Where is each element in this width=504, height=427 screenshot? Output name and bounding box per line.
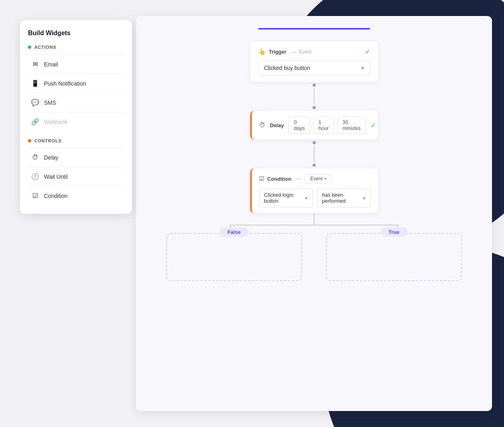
trigger-check-icon: ✓: [365, 48, 370, 56]
delay-minutes-chip[interactable]: 30 minutes: [337, 116, 366, 134]
trigger-hand-icon: 👆: [258, 48, 266, 56]
divider-5: [28, 148, 124, 148]
condition-header: ☑ Condition — Event ▾: [259, 174, 371, 184]
condition-operator-dropdown[interactable]: has been performed ▾: [317, 188, 371, 208]
sidebar-item-push[interactable]: 📱 Push Notification: [28, 75, 124, 92]
connector-2: [313, 141, 316, 167]
trigger-node: 👆 Trigger — Event ✓ Clicked buy button ▾: [250, 42, 378, 82]
delay-icon: ⏱: [31, 154, 39, 161]
sidebar-item-condition[interactable]: ☑ Condition: [28, 187, 124, 204]
branches-container: False True: [166, 233, 462, 281]
controls-section-label: CONTROLS: [28, 138, 124, 143]
sidebar-item-webhook[interactable]: 🔗 Webhook: [28, 113, 124, 130]
condition-check-box-icon: ☑: [259, 175, 264, 182]
email-icon: ✉: [31, 60, 39, 68]
trigger-event-dropdown[interactable]: Clicked buy button ▾: [258, 60, 370, 76]
operator-chevron-icon: ▾: [363, 195, 366, 201]
sms-icon: 💬: [31, 99, 39, 106]
divider-2: [28, 74, 124, 74]
delay-node-icon: ⏱: [259, 122, 265, 129]
sidebar-item-wait[interactable]: 🕐 Wait Until: [28, 168, 124, 185]
condition-row: Clicked login button ▾ has been performe…: [259, 188, 371, 208]
progress-bar-fill: [258, 28, 370, 30]
true-branch-label: True: [380, 227, 407, 237]
trigger-header: 👆 Trigger — Event ✓: [258, 48, 370, 56]
actions-section-label: ACTIONS: [28, 45, 124, 50]
event-chevron-icon: ▾: [305, 195, 308, 201]
sidebar-item-email[interactable]: ✉ Email: [28, 56, 124, 73]
connector-1: [313, 84, 316, 109]
workflow-area: 👆 Trigger — Event ✓ Clicked buy button ▾…: [136, 16, 492, 293]
sidebar-item-delay[interactable]: ⏱ Delay: [28, 149, 124, 166]
delay-days-chip[interactable]: 0 days: [289, 116, 310, 134]
connector-dot-1: [313, 84, 316, 87]
condition-event-dropdown[interactable]: Clicked login button ▾: [259, 188, 313, 208]
badge-chevron-icon: ▾: [324, 176, 327, 182]
trigger-chevron-icon: ▾: [361, 65, 364, 71]
v-line-2: [314, 146, 315, 162]
false-branch-label: False: [219, 227, 249, 237]
divider-6: [28, 167, 124, 167]
branch-svg: [166, 213, 462, 233]
divider-1: [28, 54, 124, 55]
condition-event-badge[interactable]: Event ▾: [304, 174, 333, 184]
delay-values: 0 days 1 hour 30 minutes ✓: [289, 116, 376, 134]
connector-dot-2: [313, 106, 316, 109]
wait-icon: 🕐: [31, 173, 39, 180]
branch-lines: [166, 213, 462, 233]
delay-hours-chip[interactable]: 1 hour: [313, 116, 334, 134]
connector-dot-3: [313, 141, 316, 144]
sidebar-item-sms[interactable]: 💬 SMS: [28, 94, 124, 111]
progress-bar-container: [258, 28, 370, 30]
delay-node: ⏱ Delay 0 days 1 hour 30 minutes ✓: [250, 111, 378, 140]
actions-dot: [28, 46, 31, 49]
divider-3: [28, 93, 124, 93]
true-branch: True: [326, 233, 462, 281]
false-branch: False: [166, 233, 302, 281]
divider-4: [28, 112, 124, 112]
push-icon: 📱: [31, 80, 39, 87]
webhook-icon: 🔗: [31, 118, 39, 126]
delay-check-icon: ✓: [371, 122, 376, 129]
controls-dot: [28, 139, 31, 142]
main-canvas: 👆 Trigger — Event ✓ Clicked buy button ▾…: [136, 16, 492, 411]
condition-node: ☑ Condition — Event ▾ Clicked login butt…: [250, 168, 378, 213]
condition-icon: ☑: [31, 192, 39, 200]
sidebar-panel: Build Widgets ACTIONS ✉ Email 📱 Push Not…: [20, 20, 132, 214]
divider-7: [28, 186, 124, 186]
v-line-1: [314, 88, 315, 104]
connector-dot-4: [313, 164, 316, 167]
sidebar-title: Build Widgets: [28, 30, 124, 37]
